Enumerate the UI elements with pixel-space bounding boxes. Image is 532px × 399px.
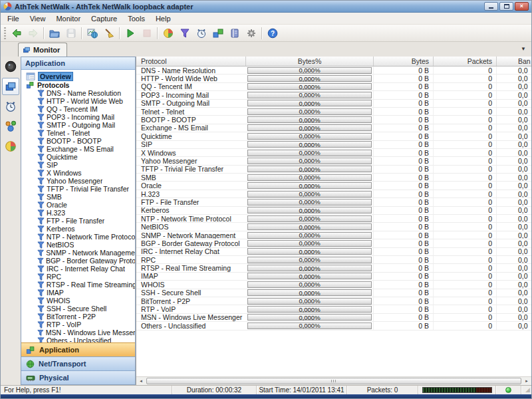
table-row[interactable]: Oracle0,000%0 B00,0 — [136, 182, 531, 190]
tree-item-protocol[interactable]: SIP — [21, 161, 135, 169]
table-row[interactable]: Kerberos0,000%0 B00,0 — [136, 207, 531, 215]
minimize-button[interactable] — [484, 2, 498, 11]
table-row[interactable]: Telnet - Telnet0,000%0 B00,0 — [136, 108, 531, 116]
table-row[interactable]: NetBIOS0,000%0 B00,0 — [136, 223, 531, 231]
table-row[interactable]: SIP0,000%0 B00,0 — [136, 141, 531, 149]
tree-item-protocol[interactable]: H.323 — [21, 209, 135, 217]
scroll-right-icon[interactable]: ▸ — [522, 377, 531, 385]
tree-item-protocol[interactable]: Others - Unclassified — [21, 336, 135, 342]
pie-chart-button[interactable] — [160, 26, 176, 41]
settings-gear-button[interactable] — [243, 26, 259, 41]
tree-item-protocol[interactable]: QQ - Tencent IM — [21, 105, 135, 113]
view-button-molecule[interactable] — [2, 118, 19, 135]
tree-item-protocol[interactable]: POP3 - Incoming Mail — [21, 113, 135, 121]
tree-item-protocol[interactable]: BGP - Border Gateway Protocol — [21, 257, 135, 265]
filter-button[interactable] — [176, 26, 193, 41]
table-row[interactable]: RTSP - Real Time Streaming0,000%0 B00,0 — [136, 264, 531, 272]
menu-monitor[interactable]: Monitor — [51, 13, 86, 24]
resize-grip[interactable]: ◢ — [521, 387, 531, 394]
tree-item-protocol[interactable]: SNMP - Network Management — [21, 249, 135, 257]
tree-item-protocol[interactable]: SMB — [21, 193, 135, 201]
table-row[interactable]: IMAP0,000%0 B00,0 — [136, 273, 531, 281]
table-row[interactable]: BOOTP - BOOTP0,000%0 B00,0 — [136, 116, 531, 124]
tree-item-protocol[interactable]: DNS - Name Resolution — [21, 89, 135, 97]
view-button-lens[interactable] — [2, 58, 19, 75]
maximize-button[interactable] — [499, 2, 513, 11]
tree-item-protocol[interactable]: TFTP - Trivial File Transfer — [21, 185, 135, 193]
tab-list-dropdown-icon[interactable]: ▼ — [521, 46, 526, 52]
table-row[interactable]: X Windows0,000%0 B00,0 — [136, 149, 531, 157]
table-row[interactable]: TFTP - Trivial File Transfer0,000%0 B00,… — [136, 166, 531, 174]
table-row[interactable]: MSN - Windows Live Messenger0,000%0 B00,… — [136, 314, 531, 322]
tree-item-protocols[interactable]: Protocols — [21, 80, 135, 89]
toolbar-grip[interactable] — [4, 27, 6, 39]
table-row[interactable]: DNS - Name Resolution0,000%0 B00,0 — [136, 66, 531, 74]
tree-item-protocol[interactable]: IRC - Internet Relay Chat — [21, 265, 135, 273]
table-row[interactable]: H.3230,000%0 B00,0 — [136, 190, 531, 198]
log-book-button[interactable] — [226, 26, 243, 41]
column-header-bytes[interactable]: Bytes — [374, 57, 434, 66]
tab-monitor[interactable]: Monitor — [18, 43, 67, 57]
tree-item-protocol[interactable]: Oracle — [21, 201, 135, 209]
menu-help[interactable]: Help — [150, 13, 176, 24]
help-button[interactable]: ? — [264, 26, 281, 41]
table-row[interactable]: WHOIS0,000%0 B00,0 — [136, 281, 531, 289]
tree-item-protocol[interactable]: Exchange - MS Email — [21, 145, 135, 153]
tree-item-protocol[interactable]: NTP - Network Time Protocol — [21, 233, 135, 241]
start-capture-button[interactable] — [122, 26, 138, 41]
table-row[interactable]: FTP - File Transfer0,000%0 B00,0 — [136, 198, 531, 206]
tree-item-protocol[interactable]: BitTorrent - P2P — [21, 313, 135, 321]
menu-file[interactable]: File — [2, 13, 25, 24]
scroll-left-icon[interactable]: ◂ — [136, 377, 146, 385]
column-header-bandwidth[interactable]: Ban — [497, 57, 531, 66]
close-button[interactable]: × — [515, 2, 529, 11]
tree-item-protocol[interactable]: Yahoo Messenger — [21, 177, 135, 185]
tree-item-protocol[interactable]: BOOTP - BOOTP — [21, 137, 135, 145]
tree-item-protocol[interactable]: X Windows — [21, 169, 135, 177]
tree-item-protocol[interactable]: RPC — [21, 273, 135, 281]
tree-item-protocol[interactable]: NetBIOS — [21, 241, 135, 249]
nav-button-application[interactable]: Application — [21, 342, 135, 356]
tree-item-protocol[interactable]: Kerberos — [21, 225, 135, 233]
tree-item-protocol[interactable]: RTSP - Real Time Streaming — [21, 281, 135, 289]
table-row[interactable]: Others - Unclassified0,000%0 B00,0 — [136, 322, 531, 330]
table-row[interactable]: RPC0,000%0 B00,0 — [136, 256, 531, 264]
tree-item-protocol[interactable]: Quicktime — [21, 153, 135, 161]
table-row[interactable]: Quicktime0,000%0 B00,0 — [136, 132, 531, 140]
open-folder-button[interactable] — [46, 26, 63, 41]
table-row[interactable]: POP3 - Incoming Mail0,000%0 B00,0 — [136, 91, 531, 99]
tree-item-protocol[interactable]: FTP - File Transfer — [21, 217, 135, 225]
scrollbar-thumb[interactable] — [146, 378, 521, 384]
table-row[interactable]: BGP - Border Gateway Protocol0,000%0 B00… — [136, 239, 531, 247]
table-row[interactable]: HTTP - World Wide Web0,000%0 B00,0 — [136, 74, 531, 82]
menu-capture[interactable]: Capture — [86, 13, 122, 24]
tree-item-overview[interactable]: Overview — [21, 72, 135, 80]
column-header-packets[interactable]: Packets — [434, 57, 497, 66]
table-row[interactable]: IRC - Internet Relay Chat0,000%0 B00,0 — [136, 248, 531, 256]
alarm-clock-button[interactable] — [193, 26, 209, 41]
tree-item-protocol[interactable]: IMAP — [21, 289, 135, 297]
table-row[interactable]: QQ - Tencent IM0,000%0 B00,0 — [136, 83, 531, 91]
column-header-bytes-pct[interactable]: Bytes% — [246, 57, 374, 66]
table-row[interactable]: NTP - Network Time Protocol0,000%0 B00,0 — [136, 215, 531, 223]
table-row[interactable]: SMTP - Outgoing Mail0,000%0 B00,0 — [136, 100, 531, 108]
nav-button-physical[interactable]: Physical — [21, 370, 135, 384]
column-header-protocol[interactable]: Protocol — [136, 57, 246, 66]
view-button-pie-chart[interactable] — [2, 138, 19, 155]
view-button-layers[interactable] — [2, 78, 19, 95]
view-button-alarm-clock[interactable] — [2, 98, 19, 115]
table-row[interactable]: SNMP - Network Management0,000%0 B00,0 — [136, 231, 531, 239]
back-button[interactable] — [8, 26, 25, 41]
table-row[interactable]: Yahoo Messenger0,000%0 B00,0 — [136, 157, 531, 165]
table-row[interactable]: SMB0,000%0 B00,0 — [136, 174, 531, 182]
tree-item-protocol[interactable]: SMTP - Outgoing Mail — [21, 121, 135, 129]
table-row[interactable]: RTP - VoIP0,000%0 B00,0 — [136, 305, 531, 313]
table-row[interactable]: Exchange - MS Email0,000%0 B00,0 — [136, 124, 531, 132]
title-bar[interactable]: AthTek NetWalk - AthTek NetWalk loopback… — [1, 1, 531, 13]
tree-item-protocol[interactable]: WHOIS — [21, 297, 135, 305]
tree-item-protocol[interactable]: RTP - VoIP — [21, 321, 135, 329]
table-row[interactable]: BitTorrent - P2P0,000%0 B00,0 — [136, 297, 531, 305]
nav-button-net-transport[interactable]: Net/Transport — [21, 356, 135, 370]
network-cubes-button[interactable] — [209, 26, 226, 41]
capture-adapter-button[interactable] — [84, 26, 100, 41]
